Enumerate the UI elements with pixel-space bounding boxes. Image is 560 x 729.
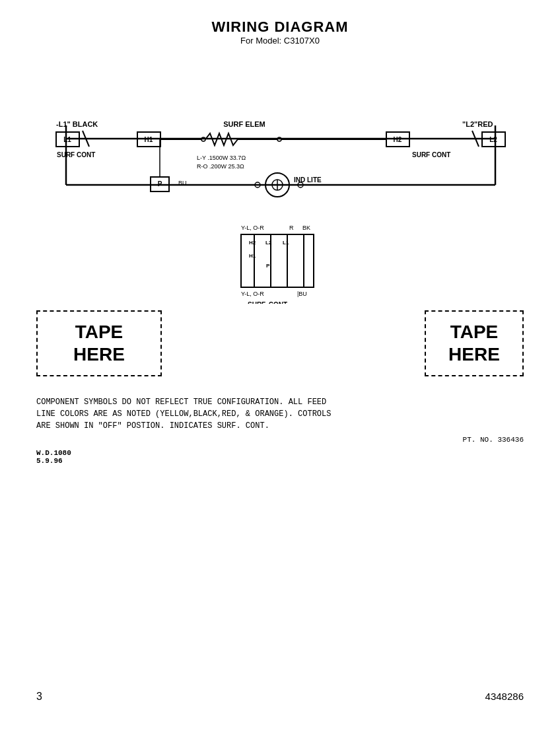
svg-text:SURF. CONT.: SURF. CONT. — [248, 301, 289, 304]
svg-text:Y-L, O-R: Y-L, O-R — [241, 291, 264, 297]
svg-text:P: P — [266, 263, 270, 269]
svg-text:H2: H2 — [394, 136, 402, 143]
svg-text:H1: H1 — [249, 253, 256, 259]
notes-line1: COMPONENT SYMBOLS DO NOT REFLECT TRUE CO… — [36, 396, 524, 408]
svg-text:Y-L, O-R: Y-L, O-R — [241, 225, 264, 231]
tape-right-box: TAPE HERE — [425, 310, 524, 376]
wd-line2: 5.9.96 — [36, 457, 71, 465]
page-bottom: 3 4348286 — [0, 691, 560, 703]
svg-text:H1: H1 — [145, 136, 153, 143]
part-number: 4348286 — [485, 691, 524, 703]
notes-line2: LINE COLORS ARE AS NOTED (YELLOW,BLACK,R… — [36, 408, 524, 420]
page-number: 3 — [36, 691, 42, 703]
wd-info: W.D.1080 5.9.96 — [36, 449, 71, 465]
svg-text:IND LITE: IND LITE — [294, 176, 322, 184]
main-title: WIRING DIAGRAM — [0, 18, 560, 36]
notes-section: COMPONENT SYMBOLS DO NOT REFLECT TRUE CO… — [36, 396, 524, 446]
svg-text:BU: BU — [178, 180, 187, 186]
pt-number: PT. NO. 336436 — [463, 434, 524, 446]
svg-text:-L1" BLACK: -L1" BLACK — [56, 120, 98, 128]
tape-left-text: TAPE HERE — [73, 321, 125, 365]
sub-title: For Model: C3107X0 — [0, 36, 560, 46]
svg-text:L1: L1 — [283, 240, 289, 246]
svg-text:L2: L2 — [489, 136, 497, 143]
wd-line1: W.D.1080 — [36, 449, 71, 457]
svg-text:|BU: |BU — [297, 291, 307, 297]
page: WIRING DIAGRAM For Model: C3107X0 -L1" B… — [0, 0, 560, 729]
svg-text:SURF CONT: SURF CONT — [57, 151, 95, 158]
tape-left-box: TAPE HERE — [36, 310, 162, 376]
svg-text:R-O .200W 25.3Ω: R-O .200W 25.3Ω — [197, 163, 244, 170]
svg-text:H2: H2 — [249, 240, 256, 246]
svg-text:R: R — [289, 225, 294, 231]
svg-text:"L2"RED: "L2"RED — [462, 120, 493, 128]
tape-right-text: TAPE HERE — [448, 321, 500, 365]
svg-text:P: P — [158, 180, 162, 188]
svg-text:L1: L1 — [63, 136, 71, 143]
svg-text:SURF ELEM: SURF ELEM — [223, 120, 265, 128]
svg-text:L2: L2 — [265, 240, 272, 246]
svg-text:SURF CONT: SURF CONT — [412, 151, 450, 158]
title-section: WIRING DIAGRAM For Model: C3107X0 — [0, 0, 560, 46]
wiring-diagram-svg: -L1" BLACK "L2"RED L1 SURF CONT H1 SURF … — [20, 53, 542, 304]
notes-line3: ARE SHOWN IN "OFF" POSTION. INDICATES SU… — [36, 420, 524, 432]
svg-text:BK: BK — [302, 225, 310, 231]
svg-text:L-Y .1500W 33.7Ω: L-Y .1500W 33.7Ω — [197, 155, 246, 161]
